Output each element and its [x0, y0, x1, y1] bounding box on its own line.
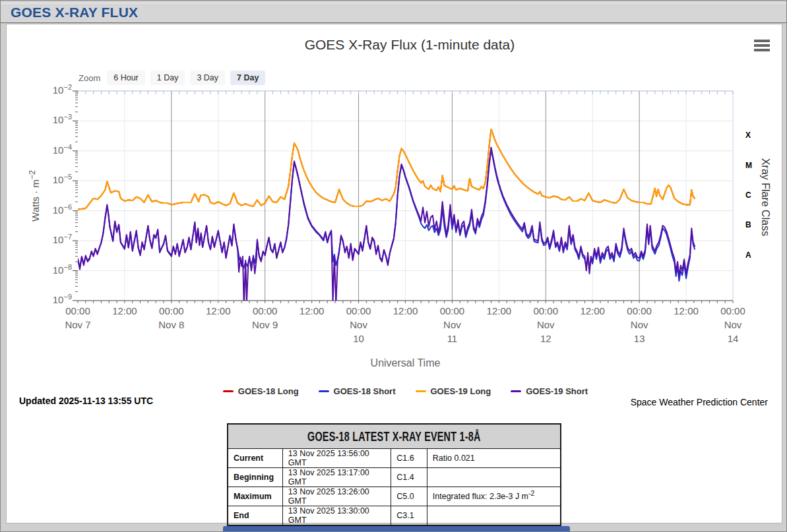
series-color-swatch	[511, 390, 521, 392]
chart-legend: GOES-18 Long GOES-18 Short GOES-19 Long …	[78, 386, 733, 396]
event-row-time: 13 Nov 2025 13:30:00 GMT	[282, 506, 391, 526]
event-row-time: 13 Nov 2025 13:17:00 GMT	[282, 468, 391, 487]
event-row-note: Integrated flux: 2.3e-3 J m-2	[427, 487, 561, 506]
event-row-note	[427, 506, 561, 526]
event-row-class: C1.4	[391, 468, 427, 487]
updated-timestamp: Updated 2025-11-13 13:55 UTC	[19, 396, 153, 406]
y-axis-title: Watts · m−2	[30, 170, 41, 222]
event-row-label: Maximum	[228, 487, 282, 506]
latest-xray-event-table: GOES-18 LATEST X-RAY EVENT 1-8Å Current …	[227, 423, 561, 526]
table-row: Current 13 Nov 2025 13:56:00 GMT C1.6 Ra…	[228, 449, 561, 468]
event-row-time: 13 Nov 2025 13:56:00 GMT	[282, 449, 391, 468]
credit-text: Space Weather Prediction Center	[631, 397, 768, 407]
legend-item-goes19-long[interactable]: GOES-19 Long	[416, 386, 491, 396]
table-row: Beginning 13 Nov 2025 13:17:00 GMT C1.4	[228, 468, 561, 487]
right-axis-title: Xray Flare Class	[759, 158, 771, 236]
table-row: End 13 Nov 2025 13:30:00 GMT C3.1	[228, 506, 561, 526]
legend-item-goes18-long[interactable]: GOES-18 Long	[223, 386, 299, 396]
series-color-swatch	[416, 390, 426, 392]
goes-xray-flux-page: GOES X-RAY FLUX GOES X-Ray Flux (1-minut…	[0, 0, 787, 532]
series-color-swatch	[223, 390, 234, 392]
event-row-label: Beginning	[228, 468, 282, 487]
event-row-label: Current	[228, 449, 282, 468]
event-row-label: End	[228, 506, 282, 526]
event-row-class: C5.0	[391, 487, 427, 506]
legend-item-goes18-short[interactable]: GOES-18 Short	[319, 386, 396, 396]
table-row: Maximum 13 Nov 2025 13:26:00 GMT C5.0 In…	[228, 487, 561, 506]
event-row-class: C3.1	[391, 506, 427, 526]
event-row-time: 13 Nov 2025 13:26:00 GMT	[282, 487, 391, 506]
next-section-peek	[223, 526, 570, 532]
legend-item-goes19-short[interactable]: GOES-19 Short	[511, 386, 588, 396]
series-color-swatch	[319, 390, 329, 392]
event-row-class: C1.6	[391, 449, 427, 468]
event-table-header: GOES-18 LATEST X-RAY EVENT 1-8Å	[228, 424, 561, 449]
x-axis-title: Universal Time	[78, 357, 733, 369]
event-row-note: Ratio 0.021	[427, 449, 561, 468]
event-row-note	[427, 468, 561, 487]
